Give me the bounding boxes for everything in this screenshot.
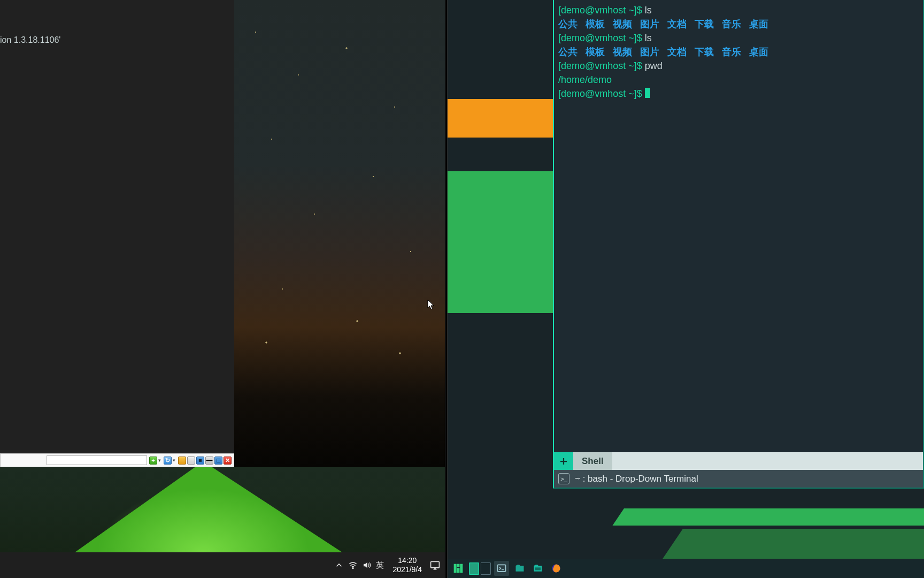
dropdown-terminal-window[interactable]: [demo@vmhost ~]$ ls 公共 模板 视频 图片 文档 下载 音乐… — [553, 0, 924, 489]
workspace-pager[interactable] — [469, 562, 491, 575]
manjaro-panel[interactable] — [448, 559, 924, 578]
left-terminal-text: ion 1.3.18.1106' — [0, 35, 60, 45]
volume-icon[interactable] — [362, 560, 372, 570]
terminal-titlebar[interactable]: >_ ~ : bash - Drop-Down Terminal — [554, 470, 923, 488]
wallpaper-tent — [0, 467, 445, 552]
list-icon[interactable]: ≡ — [196, 457, 204, 465]
terminal-app-icon: >_ — [558, 473, 569, 484]
terminal-tabbar: Shell — [554, 452, 923, 470]
tray-overflow-icon[interactable] — [334, 560, 344, 570]
svg-rect-4 — [457, 568, 460, 573]
left-host-screen: ion 1.3.18.1106' + ▾ ↻ ▾ ≡ — □ ✕ — [0, 0, 445, 578]
svg-point-0 — [352, 568, 353, 569]
right-host-screen: [demo@vmhost ~]$ ls 公共 模板 视频 图片 文档 下载 音乐… — [448, 0, 924, 578]
close-icon[interactable]: ✕ — [224, 457, 232, 465]
taskbar-files2-button[interactable] — [530, 561, 545, 576]
terminal-output[interactable]: [demo@vmhost ~]$ ls 公共 模板 视频 图片 文档 下载 音乐… — [554, 0, 923, 452]
taskbar-time: 14:20 — [398, 556, 417, 565]
ime-indicator[interactable]: 英 — [376, 560, 386, 570]
terminal-title: ~ : bash - Drop-Down Terminal — [575, 474, 698, 484]
notifications-icon[interactable] — [429, 560, 441, 571]
refresh-dropdown-icon[interactable]: ▾ — [173, 457, 177, 465]
vnc-address-field[interactable] — [47, 455, 147, 465]
svg-rect-6 — [498, 565, 506, 572]
vnc-toolbar: + ▾ ↻ ▾ ≡ — □ ✕ — [0, 453, 234, 467]
manjaro-menu-icon[interactable] — [451, 561, 466, 576]
workspace-2[interactable] — [481, 562, 491, 575]
taskbar-firefox-button[interactable] — [549, 561, 564, 576]
wifi-icon[interactable] — [348, 560, 358, 570]
svg-rect-7 — [535, 567, 541, 570]
minimize-icon[interactable]: — — [205, 457, 213, 465]
left-terminal-window[interactable]: ion 1.3.18.1106' — [0, 0, 234, 453]
screen-icon[interactable] — [187, 457, 195, 465]
add-icon[interactable]: + — [149, 457, 157, 465]
taskbar-files-button[interactable] — [512, 561, 527, 576]
wallpaper-night-sky — [234, 0, 445, 467]
svg-rect-2 — [454, 564, 457, 573]
maximize-icon[interactable]: □ — [214, 457, 222, 465]
taskbar-terminal-button[interactable] — [494, 561, 509, 576]
add-dropdown-icon[interactable]: ▾ — [158, 457, 163, 465]
tab-shell[interactable]: Shell — [573, 452, 612, 470]
workspace-1[interactable] — [469, 562, 479, 575]
taskbar-date: 2021/9/4 — [393, 565, 422, 574]
refresh-icon[interactable]: ↻ — [164, 457, 172, 465]
windows-taskbar[interactable]: 英 14:20 2021/9/4 — [0, 552, 445, 578]
taskbar-clock[interactable]: 14:20 2021/9/4 — [390, 556, 426, 574]
mouse-cursor-icon — [427, 299, 435, 310]
lock-icon[interactable] — [178, 457, 186, 465]
svg-rect-5 — [460, 564, 463, 573]
svg-rect-1 — [431, 561, 440, 567]
windows-system-tray: 英 14:20 2021/9/4 — [330, 552, 445, 578]
new-tab-button[interactable] — [554, 452, 573, 470]
svg-rect-3 — [457, 564, 460, 567]
